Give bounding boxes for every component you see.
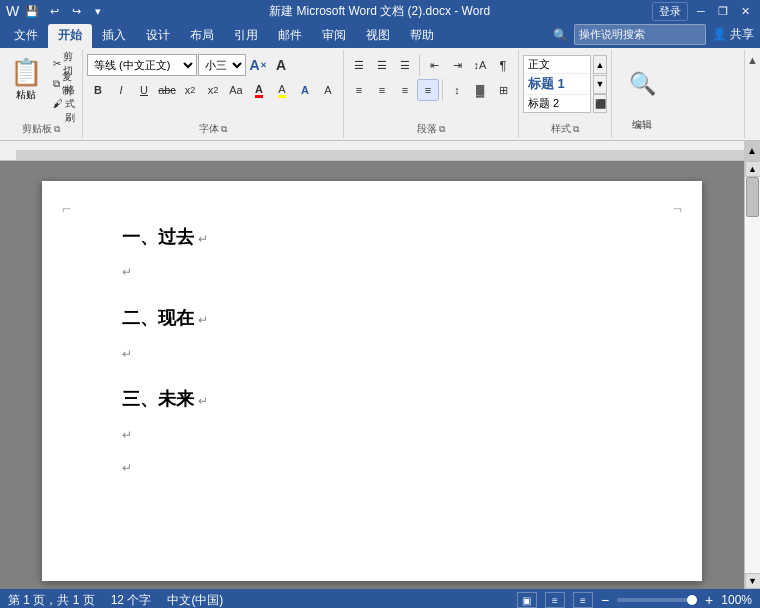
superscript-button[interactable]: x2 [202, 79, 224, 101]
word-count: 12 个字 [111, 592, 152, 609]
clear-format-button[interactable]: A✕ [247, 54, 269, 76]
bullets-button[interactable]: ☰ [348, 54, 370, 76]
tab-insert[interactable]: 插入 [92, 24, 136, 48]
tab-design[interactable]: 设计 [136, 24, 180, 48]
zoom-in-button[interactable]: + [705, 592, 713, 608]
styles-expand-btns: ▲ ▼ ⬛ [593, 55, 607, 113]
font-size-select[interactable]: 小三 [198, 54, 246, 76]
view-read-icon[interactable]: ▣ [517, 592, 537, 608]
paragraph-group: ☰ ☰ ☰ ⇤ ⇥ ↕A ¶ ≡ ≡ ≡ ≡ ↕ ▓ ⊞ 段落 ⧉ [344, 50, 519, 138]
scroll-track[interactable] [745, 177, 760, 573]
strikethrough-button[interactable]: abc [156, 79, 178, 101]
tab-review[interactable]: 审阅 [312, 24, 356, 48]
style-heading2[interactable]: 标题 2 [524, 95, 590, 113]
styles-scroll-down[interactable]: ▼ [593, 75, 607, 94]
doc-line-2: ↵ [122, 257, 622, 286]
align-left-button[interactable]: ≡ [348, 79, 370, 101]
styles-panel[interactable]: 正文 标题 1 标题 2 [523, 55, 591, 113]
italic-button[interactable]: I [110, 79, 132, 101]
line-spacing-button[interactable]: ↕ [446, 79, 468, 101]
save-icon[interactable]: 💾 [23, 2, 41, 20]
window-title: 新建 Microsoft Word 文档 (2).docx - Word [107, 3, 652, 20]
clipboard-expand-icon[interactable]: ⧉ [54, 124, 60, 135]
title-right-icons: 登录 ─ ❐ ✕ [652, 2, 754, 21]
decrease-indent-button[interactable]: ⇤ [423, 54, 445, 76]
ruler-collapse-button[interactable]: ▲ [744, 141, 760, 161]
editing-label: 编辑 [632, 118, 652, 132]
justify-button[interactable]: ≡ [417, 79, 439, 101]
search-icon2: 🔍 [629, 71, 656, 97]
tab-layout[interactable]: 布局 [180, 24, 224, 48]
cut-icon: ✂ [53, 58, 61, 69]
font-expand-icon[interactable]: ⧉ [221, 124, 227, 135]
zoom-level[interactable]: 100% [721, 593, 752, 607]
shading-button[interactable]: ▓ [469, 79, 491, 101]
scroll-thumb[interactable] [746, 177, 759, 217]
styles-content: 正文 标题 1 标题 2 ▲ ▼ ⬛ [523, 52, 607, 120]
zoom-out-button[interactable]: − [601, 592, 609, 608]
view-print-icon[interactable]: ≡ [545, 592, 565, 608]
shrink-font-button[interactable]: A [317, 79, 339, 101]
align-right-button[interactable]: ≡ [394, 79, 416, 101]
find-replace-button[interactable]: 🔍 样式 [620, 54, 664, 114]
styles-expand-icon[interactable]: ⧉ [573, 124, 579, 135]
minimize-button[interactable]: ─ [692, 2, 710, 20]
search-bar[interactable]: 操作说明搜索 [574, 24, 706, 45]
scroll-down-button[interactable]: ▼ [745, 573, 761, 589]
document-area[interactable]: ⌐ ⌐ 一、过去 ↵ ↵ 二、现在 ↵ ↵ 三、未来 [0, 161, 744, 589]
tab-mailing[interactable]: 邮件 [268, 24, 312, 48]
paragraph-label: 段落 ⧉ [348, 120, 514, 136]
clipboard-label: 剪贴板 ⧉ [4, 120, 78, 136]
customize-icon[interactable]: ▾ [89, 2, 107, 20]
paste-label: 粘贴 [16, 88, 36, 102]
paragraph-expand-icon[interactable]: ⧉ [439, 124, 445, 135]
highlight-button[interactable]: A [271, 79, 293, 101]
align-center-button[interactable]: ≡ [371, 79, 393, 101]
tab-home[interactable]: 开始 [48, 24, 92, 48]
bold-button[interactable]: B [87, 79, 109, 101]
numbering-button[interactable]: ☰ [371, 54, 393, 76]
close-button[interactable]: ✕ [736, 2, 754, 20]
underline-button[interactable]: U [133, 79, 155, 101]
editing-label-row [616, 134, 668, 136]
share-button[interactable]: 👤 共享 [712, 26, 754, 43]
borders-button[interactable]: ⊞ [492, 79, 514, 101]
styles-label: 样式 ⧉ [523, 120, 607, 136]
style-heading1[interactable]: 标题 1 [524, 74, 590, 95]
styles-expand-all[interactable]: ⬛ [593, 94, 607, 113]
change-case-button[interactable]: Aa [225, 79, 247, 101]
zoom-slider[interactable] [617, 598, 697, 602]
document-content[interactable]: 一、过去 ↵ ↵ 二、现在 ↵ ↵ 三、未来 ↵ ↵ [122, 221, 622, 481]
login-button[interactable]: 登录 [652, 2, 688, 21]
paste-button[interactable]: 📋 粘贴 [4, 54, 48, 114]
status-bar: 第 1 页，共 1 页 12 个字 中文(中国) ▣ ≡ ≡ − + 100% [0, 589, 760, 608]
title-left-icons: W 💾 ↩ ↪ ▾ [6, 2, 107, 20]
restore-button[interactable]: ❐ [714, 2, 732, 20]
grow-font-button[interactable]: A [270, 54, 292, 76]
tab-references[interactable]: 引用 [224, 24, 268, 48]
styles-scroll-up[interactable]: ▲ [593, 55, 607, 74]
editing-content: 🔍 样式 编辑 [616, 52, 668, 134]
view-web-icon[interactable]: ≡ [573, 592, 593, 608]
sort-button[interactable]: ↕A [469, 54, 491, 76]
font-label: 字体 ⧉ [87, 120, 339, 136]
doc-line-5: 三、未来 ↵ [122, 383, 622, 415]
paste-icon: 📋 [10, 57, 42, 88]
scroll-up-button[interactable]: ▲ [745, 161, 761, 177]
increase-indent-button[interactable]: ⇥ [446, 54, 468, 76]
style-normal[interactable]: 正文 [524, 56, 590, 74]
tab-help[interactable]: 帮助 [400, 24, 444, 48]
font-color-button[interactable]: A [248, 79, 270, 101]
ribbon-collapse[interactable]: ▲ [744, 50, 760, 138]
subscript-button[interactable]: x2 [179, 79, 201, 101]
vertical-scrollbar[interactable]: ▲ ▼ [744, 161, 760, 589]
multilevel-button[interactable]: ☰ [394, 54, 416, 76]
format-painter-button[interactable]: 🖌 格式刷 [50, 94, 78, 113]
undo-icon[interactable]: ↩ [45, 2, 63, 20]
tab-file[interactable]: 文件 [4, 24, 48, 48]
text-effects-button[interactable]: A [294, 79, 316, 101]
show-marks-button[interactable]: ¶ [492, 54, 514, 76]
font-name-select[interactable]: 等线 (中文正文) [87, 54, 197, 76]
tab-view[interactable]: 视图 [356, 24, 400, 48]
redo-icon[interactable]: ↪ [67, 2, 85, 20]
